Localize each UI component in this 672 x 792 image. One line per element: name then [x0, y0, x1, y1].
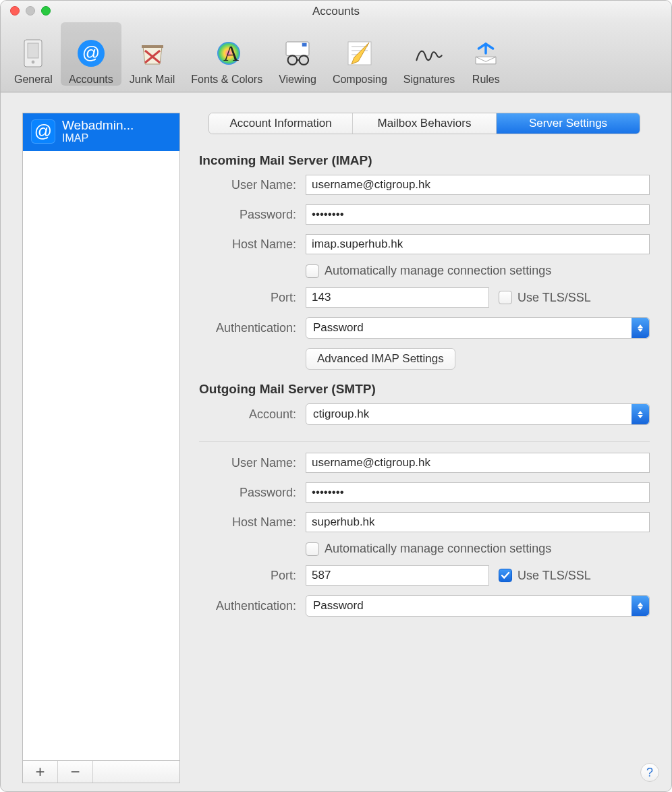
outgoing-port-field[interactable] [306, 565, 489, 586]
junk-icon [138, 38, 167, 68]
tab-composing[interactable]: Composing [325, 22, 395, 86]
fonts-icon: A [212, 38, 242, 68]
tab-label: Accounts [69, 74, 113, 86]
tab-account-info[interactable]: Account Information [209, 113, 353, 134]
outgoing-user-field[interactable] [306, 453, 650, 473]
outgoing-pass-label: Password: [199, 486, 306, 500]
checkbox-icon [499, 291, 512, 304]
tab-signatures[interactable]: Signatures [395, 22, 464, 86]
incoming-port-field[interactable] [306, 287, 489, 308]
tab-label: General [14, 74, 53, 86]
add-account-button[interactable]: + [23, 761, 58, 783]
checkbox-icon [306, 542, 319, 556]
tab-label: Fonts & Colors [191, 74, 262, 86]
tab-label: Rules [472, 74, 500, 86]
svg-text:@: @ [82, 43, 100, 63]
outgoing-account-label: Account: [199, 407, 306, 422]
advanced-imap-button[interactable]: Advanced IMAP Settings [306, 348, 455, 370]
prefs-toolbar: General @ Accounts Junk Mail A Fonts & C… [1, 22, 671, 92]
window: Accounts General @ Accounts Junk Mail A [0, 0, 672, 792]
outgoing-account-select[interactable]: ctigroup.hk [306, 403, 650, 425]
tab-label: Junk Mail [130, 74, 175, 86]
incoming-tls-label: Use TLS/SSL [517, 291, 591, 305]
select-value: Password [313, 599, 364, 613]
settings-tabs: Account Information Mailbox Behaviors Se… [208, 113, 640, 134]
checkbox-icon [499, 569, 512, 582]
incoming-pass-field[interactable] [306, 204, 650, 225]
chevron-updown-icon [632, 596, 649, 616]
svg-rect-1 [28, 43, 38, 58]
incoming-auth-select[interactable]: Password [306, 317, 650, 339]
spacer [93, 761, 179, 783]
accounts-icon: @ [76, 38, 106, 68]
incoming-host-field[interactable] [306, 234, 650, 254]
window-controls [10, 6, 51, 16]
svg-rect-8 [302, 43, 307, 47]
window-title: Accounts [312, 5, 360, 18]
outgoing-auth-label: Authentication: [199, 599, 306, 613]
outgoing-pass-field[interactable] [306, 482, 650, 503]
tab-general[interactable]: General [6, 22, 61, 86]
outgoing-host-field[interactable] [306, 512, 650, 532]
tab-mailbox-behaviors[interactable]: Mailbox Behaviors [353, 113, 497, 134]
chevron-updown-icon [632, 404, 649, 424]
incoming-tls-checkbox[interactable]: Use TLS/SSL [499, 291, 591, 305]
outgoing-heading: Outgoing Mail Server (SMTP) [199, 382, 650, 397]
incoming-auto-checkbox[interactable]: Automatically manage connection settings [306, 264, 551, 278]
tab-rules[interactable]: Rules [463, 22, 509, 86]
select-value: Password [313, 321, 364, 335]
outgoing-auth-select[interactable]: Password [306, 595, 650, 617]
composing-icon [345, 38, 374, 68]
svg-point-2 [32, 61, 35, 64]
tab-label: Composing [333, 74, 387, 86]
rules-icon [471, 38, 501, 68]
accounts-sidebar: @ Webadmin... IMAP + − [22, 113, 180, 783]
incoming-user-field[interactable] [306, 175, 650, 195]
outgoing-tls-checkbox[interactable]: Use TLS/SSL [499, 569, 591, 583]
checkbox-icon [306, 264, 319, 278]
tab-fonts[interactable]: A Fonts & Colors [183, 22, 271, 86]
outgoing-auto-checkbox[interactable]: Automatically manage connection settings [306, 542, 551, 556]
remove-account-button[interactable]: − [58, 761, 93, 783]
at-icon: @ [31, 119, 55, 144]
tab-server-settings[interactable]: Server Settings [497, 113, 640, 134]
incoming-port-label: Port: [199, 291, 306, 305]
incoming-pass-label: Password: [199, 208, 306, 222]
svg-text:A: A [223, 41, 239, 65]
select-value: ctigroup.hk [313, 407, 369, 421]
account-list: @ Webadmin... IMAP [22, 113, 180, 760]
tab-viewing[interactable]: Viewing [271, 22, 325, 86]
titlebar: Accounts [1, 1, 671, 22]
outgoing-port-label: Port: [199, 569, 306, 583]
account-name: Webadmin... [62, 119, 134, 132]
outgoing-auto-label: Automatically manage connection settings [325, 542, 551, 556]
tab-label: Viewing [279, 74, 316, 86]
divider [199, 441, 650, 442]
close-button[interactable] [10, 6, 20, 16]
incoming-auth-label: Authentication: [199, 321, 306, 335]
chevron-updown-icon [632, 318, 649, 338]
account-row[interactable]: @ Webadmin... IMAP [23, 113, 179, 151]
viewing-icon [283, 38, 312, 68]
svg-point-10 [300, 55, 309, 65]
svg-text:@: @ [34, 121, 52, 141]
add-remove-bar: + − [22, 760, 180, 783]
general-icon [18, 38, 48, 68]
settings-panel: Account Information Mailbox Behaviors Se… [199, 113, 650, 783]
tab-junk[interactable]: Junk Mail [121, 22, 184, 86]
incoming-auto-label: Automatically manage connection settings [325, 264, 551, 278]
outgoing-user-label: User Name: [199, 456, 306, 470]
minimize-button[interactable] [26, 6, 35, 16]
help-button[interactable]: ? [640, 763, 659, 782]
tab-label: Signatures [403, 74, 455, 86]
incoming-heading: Incoming Mail Server (IMAP) [199, 153, 650, 168]
zoom-button[interactable] [41, 6, 51, 16]
incoming-user-label: User Name: [199, 178, 306, 192]
outgoing-tls-label: Use TLS/SSL [517, 569, 591, 583]
outgoing-host-label: Host Name: [199, 515, 306, 530]
incoming-host-label: Host Name: [199, 237, 306, 252]
content: @ Webadmin... IMAP + − Account Informati… [1, 92, 671, 791]
svg-point-9 [288, 55, 298, 65]
tab-accounts[interactable]: @ Accounts [61, 22, 121, 86]
account-type: IMAP [62, 132, 134, 144]
